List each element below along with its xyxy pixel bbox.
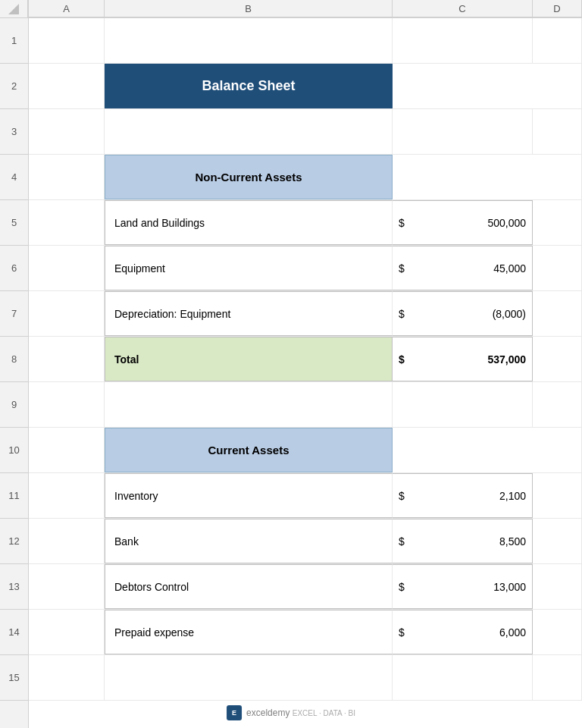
cell-12d[interactable] (533, 519, 582, 563)
amount-13: 13,000 (415, 581, 532, 593)
row-num-1: 1 (0, 18, 28, 64)
cell-4c[interactable] (393, 155, 533, 199)
cell-6a[interactable] (29, 246, 105, 290)
cell-2a[interactable] (29, 64, 105, 108)
cell-14b[interactable]: Prepaid expense (105, 610, 393, 654)
cell-4b[interactable]: Non-Current Assets (105, 155, 393, 199)
cell-2b[interactable]: Balance Sheet (105, 64, 393, 108)
col-header-a[interactable]: A (29, 0, 105, 17)
cell-3a[interactable] (29, 109, 105, 154)
exceldemy-icon: E (227, 705, 242, 720)
watermark: E exceldemy EXCEL · DATA · BI (227, 705, 355, 720)
dollar-7: $ (393, 308, 415, 320)
col-header-d[interactable]: D (533, 0, 582, 17)
cell-10a[interactable] (29, 428, 105, 472)
cell-13c[interactable]: $ 13,000 (393, 564, 533, 609)
cell-13b[interactable]: Debtors Control (105, 564, 393, 609)
cell-7c[interactable]: $ (8,000) (393, 291, 533, 336)
amount-11: 2,100 (415, 490, 532, 502)
cell-9b[interactable] (105, 382, 393, 427)
row-num-11: 11 (0, 473, 28, 519)
row-num-7: 7 (0, 291, 28, 337)
dollar-13: $ (393, 581, 415, 593)
row-15 (29, 655, 582, 701)
cell-15c[interactable] (393, 655, 533, 700)
cell-1a[interactable] (29, 18, 105, 63)
cell-1d[interactable] (533, 18, 582, 63)
row-2: Balance Sheet (29, 64, 582, 109)
amount-8: 537,000 (415, 353, 532, 366)
row-4: Non-Current Assets (29, 155, 582, 200)
current-header-text: Current Assets (208, 444, 289, 457)
cell-3c[interactable] (393, 109, 533, 154)
cell-12c[interactable]: $ 8,500 (393, 519, 533, 563)
dollar-5: $ (393, 217, 415, 229)
cell-12a[interactable] (29, 519, 105, 563)
cell-11a[interactable] (29, 473, 105, 518)
cell-7d[interactable] (533, 291, 582, 336)
cell-15a[interactable] (29, 655, 105, 700)
cell-3b[interactable] (105, 109, 393, 154)
cell-1b[interactable] (105, 18, 393, 63)
cell-4d[interactable] (533, 155, 582, 199)
cell-5c[interactable]: $ 500,000 (393, 200, 533, 245)
cell-14c[interactable]: $ 6,000 (393, 610, 533, 654)
cell-8b[interactable]: Total (105, 337, 393, 381)
balance-sheet-title: Balance Sheet (105, 64, 393, 108)
current-assets-header: Current Assets (105, 428, 393, 472)
cell-14d[interactable] (533, 610, 582, 654)
land-buildings-label: Land and Buildings (114, 217, 205, 229)
row-num-3: 3 (0, 109, 28, 155)
cell-13a[interactable] (29, 564, 105, 609)
dollar-14: $ (393, 626, 415, 639)
cell-15b[interactable] (105, 655, 393, 700)
cell-11d[interactable] (533, 473, 582, 518)
amount-6: 45,000 (415, 262, 532, 275)
grid-area: A B C D Balance Sheet (29, 0, 582, 728)
cell-4a[interactable] (29, 155, 105, 199)
cell-3d[interactable] (533, 109, 582, 154)
cell-14a[interactable] (29, 610, 105, 654)
row-9 (29, 382, 582, 428)
row-num-10: 10 (0, 428, 28, 473)
depreciation-label: Depreciation: Equipment (114, 308, 230, 320)
bank-label: Bank (114, 535, 139, 548)
cell-9c[interactable] (393, 382, 533, 427)
cell-10b[interactable]: Current Assets (105, 428, 393, 472)
column-headers: A B C D (29, 0, 582, 18)
cell-12b[interactable]: Bank (105, 519, 393, 563)
row-13: Debtors Control $ 13,000 (29, 564, 582, 610)
cell-2d[interactable] (533, 64, 582, 108)
amount-5: 500,000 (415, 217, 532, 229)
cell-15d[interactable] (533, 655, 582, 700)
grid-rows: Balance Sheet Non-Current Assets (29, 18, 582, 728)
row-numbers-panel: 1 2 3 4 5 6 7 8 9 10 11 12 13 14 15 (0, 0, 29, 728)
cell-10d[interactable] (533, 428, 582, 472)
cell-2c[interactable] (393, 64, 533, 108)
cell-13d[interactable] (533, 564, 582, 609)
row-7: Depreciation: Equipment $ (8,000) (29, 291, 582, 337)
cell-8d[interactable] (533, 337, 582, 381)
row-8: Total $ 537,000 (29, 337, 582, 382)
cell-5a[interactable] (29, 200, 105, 245)
cell-11c[interactable]: $ 2,100 (393, 473, 533, 518)
amount-7: (8,000) (415, 308, 532, 320)
cell-8a[interactable] (29, 337, 105, 381)
col-header-c[interactable]: C (393, 0, 533, 17)
row-num-6: 6 (0, 246, 28, 291)
cell-7a[interactable] (29, 291, 105, 336)
col-header-b[interactable]: B (105, 0, 393, 17)
cell-7b[interactable]: Depreciation: Equipment (105, 291, 393, 336)
cell-9d[interactable] (533, 382, 582, 427)
row-10: Current Assets (29, 428, 582, 473)
cell-8c[interactable]: $ 537,000 (393, 337, 533, 381)
cell-9a[interactable] (29, 382, 105, 427)
cell-5b[interactable]: Land and Buildings (105, 200, 393, 245)
cell-10c[interactable] (393, 428, 533, 472)
cell-6b[interactable]: Equipment (105, 246, 393, 290)
cell-6c[interactable]: $ 45,000 (393, 246, 533, 290)
cell-1c[interactable] (393, 18, 533, 63)
cell-6d[interactable] (533, 246, 582, 290)
cell-5d[interactable] (533, 200, 582, 245)
cell-11b[interactable]: Inventory (105, 473, 393, 518)
